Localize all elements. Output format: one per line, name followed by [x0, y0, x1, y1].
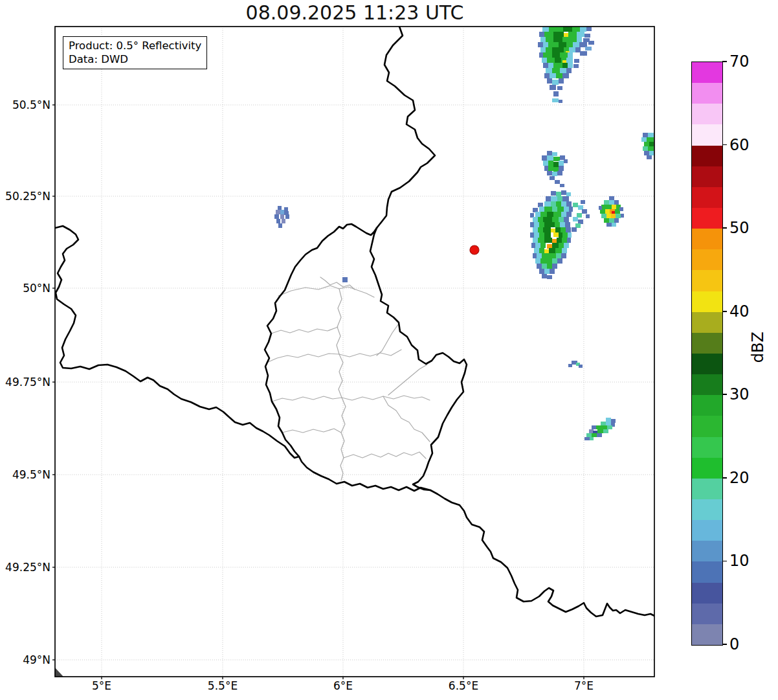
radar-cell — [644, 151, 649, 155]
radar-cell — [574, 59, 579, 63]
radar-cell — [585, 47, 592, 51]
radar-cell — [533, 217, 538, 222]
radar-cell — [539, 248, 544, 253]
radar-cell — [548, 63, 553, 68]
radar-cell — [561, 190, 566, 195]
radar-cell — [592, 425, 596, 429]
radar-cell — [559, 232, 562, 238]
admin-border-path — [278, 286, 374, 297]
radar-cell — [553, 32, 564, 37]
radar-cell — [560, 184, 564, 187]
radar-cell — [566, 42, 573, 47]
location-marker — [470, 245, 479, 254]
radar-cell — [612, 205, 616, 209]
radar-cell — [604, 200, 609, 205]
radar-cell — [601, 214, 606, 218]
radar-cell — [572, 27, 580, 32]
radar-cell — [535, 212, 540, 217]
radar-cell — [556, 201, 561, 207]
radar-cell — [276, 219, 280, 223]
y-tick-label: 50.25°N — [0, 190, 50, 203]
radar-cell — [540, 37, 546, 42]
radar-cell — [561, 253, 566, 258]
radar-cell — [285, 214, 289, 219]
radar-cell — [278, 223, 282, 228]
radar-cell — [544, 222, 555, 227]
radar-cell — [569, 47, 575, 52]
radar-cell — [612, 223, 616, 227]
radar-cell — [601, 205, 606, 209]
radar-cell — [543, 227, 551, 232]
radar-cell — [550, 269, 555, 274]
radar-cell — [538, 42, 543, 47]
radar-cell — [552, 68, 560, 73]
y-tick-label: 50.5°N — [0, 98, 50, 111]
radar-cell — [580, 27, 586, 32]
radar-cell — [552, 207, 557, 212]
radar-cell — [547, 151, 552, 155]
radar-cell — [551, 201, 556, 207]
radar-cell — [584, 34, 590, 38]
radar-cell — [565, 222, 570, 227]
radar-cell — [586, 27, 592, 31]
radar-cell — [546, 68, 552, 73]
radar-cell — [578, 220, 583, 224]
x-tick-label: 6.5°E — [428, 679, 499, 692]
colorbar-segment — [692, 479, 722, 499]
radar-cell — [547, 275, 552, 279]
radar-cell — [573, 203, 578, 207]
radar-cell — [542, 58, 547, 63]
radar-cell — [280, 214, 284, 219]
radar-cell — [644, 142, 649, 146]
radar-cell — [564, 33, 568, 38]
admin-border-path — [337, 289, 342, 354]
radar-cell — [575, 223, 581, 228]
radar-cell — [557, 207, 564, 212]
radar-cell — [551, 229, 555, 232]
radar-cell — [573, 42, 579, 47]
colorbar-tick-label: 10 — [729, 552, 750, 570]
y-tick-label: 49.75°N — [0, 376, 50, 389]
radar-cell — [544, 207, 552, 212]
colorbar-segment — [692, 541, 722, 561]
radar-cell — [559, 217, 564, 222]
y-tick-label: 49.25°N — [0, 561, 50, 574]
admin-border-path — [383, 396, 430, 442]
radar-cell — [542, 264, 547, 269]
radar-cell — [562, 196, 569, 201]
radar-cell — [566, 201, 572, 207]
radar-cell — [543, 42, 548, 47]
radar-cell — [559, 78, 564, 84]
radar-cell — [647, 155, 652, 159]
radar-cell — [544, 238, 552, 243]
radar-cell — [611, 419, 616, 423]
radar-cell — [547, 244, 552, 249]
admin-border-path — [271, 327, 338, 333]
radar-cell — [553, 232, 559, 237]
radar-cell — [552, 80, 559, 85]
radar-cell — [577, 213, 582, 218]
radar-cell — [615, 209, 620, 214]
radar-cell — [278, 206, 282, 210]
y-tick-label: 50°N — [0, 282, 50, 295]
x-tick-label: 5.5°E — [187, 679, 258, 692]
colorbar-tick — [722, 644, 727, 645]
y-tick-label: 49°N — [0, 653, 50, 666]
colorbar-tick-label: 70 — [729, 52, 750, 71]
radar-cell — [549, 27, 563, 32]
radar-cell — [550, 176, 555, 180]
radar-cell — [572, 227, 577, 232]
radar-cell — [609, 196, 614, 200]
radar-cell — [540, 212, 547, 217]
radar-cell — [599, 206, 602, 210]
radar-cell — [577, 37, 582, 42]
colorbar-segment — [692, 395, 722, 416]
radar-cell — [643, 133, 648, 137]
radar-cell — [543, 52, 552, 58]
colorbar-segment — [692, 416, 722, 436]
radar-cell — [548, 161, 553, 166]
radar-cell — [557, 196, 562, 201]
admin-border-path — [344, 452, 426, 458]
radar-cell — [543, 161, 548, 166]
x-tick-label: 6°E — [307, 679, 379, 692]
